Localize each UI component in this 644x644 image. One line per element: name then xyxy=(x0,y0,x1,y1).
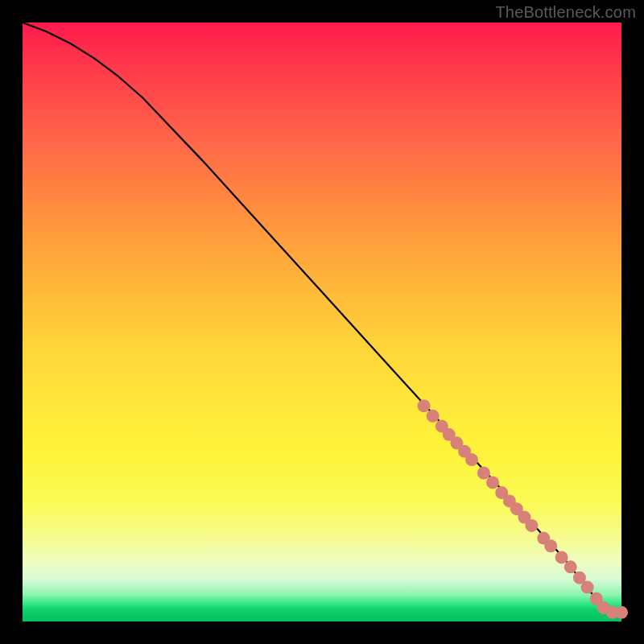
chart-stage: TheBottleneck.com xyxy=(0,0,644,644)
marker-dot xyxy=(427,410,440,423)
marker-dot xyxy=(477,466,490,479)
marker-dot xyxy=(544,539,557,552)
marker-group xyxy=(417,399,628,619)
watermark-text: TheBottleneck.com xyxy=(495,3,636,22)
marker-dot xyxy=(615,606,628,619)
plot-svg xyxy=(23,23,621,621)
plot-area xyxy=(23,23,621,621)
marker-dot xyxy=(525,519,538,532)
marker-dot xyxy=(417,399,430,412)
marker-dot xyxy=(486,476,499,489)
marker-dot xyxy=(555,551,568,564)
marker-dot xyxy=(564,560,577,573)
marker-dot xyxy=(465,453,478,466)
marker-dot xyxy=(581,581,594,594)
